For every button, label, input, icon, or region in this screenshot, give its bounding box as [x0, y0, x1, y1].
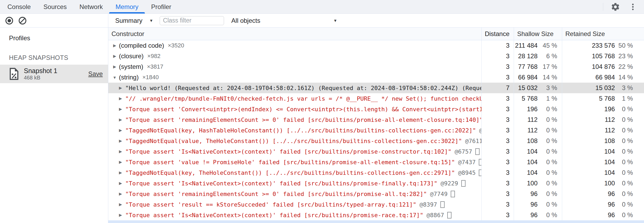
expanded-triangle-icon[interactable]: ▼	[111, 75, 118, 80]
missing-glyph-box	[461, 180, 466, 187]
column-header-retained-size[interactable]: Retained Size	[562, 28, 644, 40]
kebab-menu-icon[interactable]	[628, 2, 638, 12]
retained-size-percent: 0 %	[615, 158, 644, 166]
string-value: "Torque assert 'Is<NativeContext>(contex…	[125, 212, 423, 218]
grid-row-string[interactable]: ▶"Torque assert 'remainingElementsCount …	[108, 189, 644, 199]
tab-sources[interactable]: Sources	[37, 0, 73, 14]
grid-row-string[interactable]: ▶"Torque assert 'result == kStoreSuccede…	[108, 199, 644, 210]
retained-size-cell: 5 7681 %	[562, 93, 644, 104]
retained-size-value: 104	[562, 158, 615, 166]
snapshot-size: 468 kB	[24, 75, 57, 81]
grid-row-group[interactable]: ▶(closure)×982328 1286 %105 76823 %	[108, 51, 644, 61]
snapshot-save-link[interactable]: Save	[88, 70, 103, 78]
collapsed-triangle-icon[interactable]: ▶	[117, 128, 124, 133]
collapsed-triangle-icon[interactable]: ▶	[117, 107, 124, 112]
grid-row-group[interactable]: ▶(compiled code)×35203211 48445 %233 576…	[108, 40, 644, 51]
collapsed-triangle-icon[interactable]: ▶	[111, 54, 118, 59]
constructor-cell: ▶(closure)×982	[108, 51, 481, 61]
collapsed-triangle-icon[interactable]: ▶	[117, 149, 124, 154]
collapsed-triangle-icon[interactable]: ▶	[111, 64, 118, 69]
string-value: "Torque assert 'remainingElementsCount >…	[125, 191, 427, 197]
object-id: @9229	[441, 180, 458, 187]
grid-rows: ▶(compiled code)×35203211 48445 %233 576…	[108, 40, 644, 220]
constructor-cell: ▶"Torque assert 'result == kStoreSuccede…	[108, 199, 481, 210]
retained-size-cell: 1120 %	[562, 114, 644, 125]
string-value: "Torque assert 'Is<NativeContext>(contex…	[125, 148, 451, 155]
shallow-size-value: 104	[514, 148, 538, 155]
shallow-size-cell: 1080 %	[514, 136, 562, 146]
profiles-sidebar: Profiles HEAP SNAPSHOTS Snapshot 1 468 k…	[0, 28, 108, 223]
instance-count: ×982	[147, 53, 160, 60]
class-filter-input[interactable]	[160, 16, 224, 25]
retained-size-value: 5 768	[562, 95, 615, 102]
grid-row-group[interactable]: ▼(string)×1840366 98414 %66 98414 %	[108, 72, 644, 83]
grid-row-string[interactable]: ▶"Torque assert 'Convert<uintptr>(endInd…	[108, 104, 644, 114]
shallow-size-percent: 0 %	[538, 180, 562, 187]
shallow-size-percent: 0 %	[538, 190, 562, 198]
shallow-size-value: 96	[514, 190, 538, 198]
constructor-cell: ▶"TaggedNotEqual(value, TheHoleConstant(…	[108, 136, 481, 146]
devtools-tab-bar: Console Sources Network Memory Profiler	[0, 0, 644, 14]
shallow-size-percent: 0 %	[538, 169, 562, 176]
collapsed-triangle-icon[interactable]: ▶	[117, 86, 124, 90]
constructor-cell: ▶"Torque assert 'Is<NativeContext>(conte…	[108, 210, 481, 220]
grid-row-string[interactable]: ▶"Torque assert 'Is<NativeContext>(conte…	[108, 210, 644, 220]
collapsed-triangle-icon[interactable]: ▶	[117, 96, 124, 101]
shallow-size-value: 15 032	[514, 84, 538, 92]
settings-gear-icon[interactable]	[610, 2, 621, 12]
shallow-size-value: 104	[514, 169, 538, 176]
clear-profiles-icon[interactable]	[18, 16, 27, 25]
grid-row-string[interactable]: ▶"Torque assert 'value != PromiseHole' f…	[108, 157, 644, 167]
grid-row-string[interactable]: ▶"Torque assert 'Is<NativeContext>(conte…	[108, 146, 644, 157]
grid-row-string[interactable]: ▶"TaggedNotEqual(value, TheHoleConstant(…	[108, 136, 644, 146]
shallow-size-percent: 45 %	[538, 42, 562, 49]
collapsed-triangle-icon[interactable]: ▶	[117, 160, 124, 164]
collapsed-triangle-icon[interactable]: ▶	[117, 117, 124, 122]
tab-network[interactable]: Network	[73, 0, 109, 14]
shallow-size-cell: 211 48445 %	[514, 40, 562, 51]
grid-row-string[interactable]: ▶"TaggedNotEqual(key, HashTableHoleConst…	[108, 125, 644, 136]
grid-row-string[interactable]: ▶"// .wrangler/tmp/bundle-FmNIt0/checked…	[108, 93, 644, 104]
collapsed-triangle-icon[interactable]: ▶	[117, 191, 124, 196]
shallow-size-percent: 0 %	[538, 201, 562, 208]
grid-row-string[interactable]: ▶"Torque assert 'remainingElementsCount …	[108, 114, 644, 125]
tab-memory[interactable]: Memory	[109, 0, 145, 14]
collapsed-triangle-icon[interactable]: ▶	[117, 170, 124, 175]
partially-visible-next-row[interactable]	[108, 220, 644, 223]
retained-size-percent: 0 %	[615, 211, 644, 219]
shallow-size-cell: 960 %	[514, 210, 562, 220]
collapsed-triangle-icon[interactable]: ▶	[117, 213, 124, 217]
constructor-cell: ▶"TaggedNotEqual(key, HashTableHoleConst…	[108, 125, 481, 136]
take-snapshot-record-icon[interactable]	[5, 16, 14, 25]
tab-console[interactable]: Console	[1, 0, 37, 14]
snapshot-list-item[interactable]: Snapshot 1 468 kB Save	[0, 65, 108, 83]
distance-cell: 3	[481, 114, 514, 125]
missing-glyph-box	[440, 201, 445, 208]
shallow-size-value: 108	[514, 137, 538, 145]
retained-size-value: 96	[562, 211, 615, 219]
constructor-cell: ▶"TaggedNotEqual(key, TheHoleConstant())…	[108, 167, 481, 178]
retained-size-percent: 0 %	[615, 201, 644, 208]
column-header-constructor[interactable]: Constructor	[108, 28, 481, 40]
collapsed-triangle-icon[interactable]: ▶	[117, 202, 124, 207]
shallow-size-value: 196	[514, 105, 538, 113]
shallow-size-cell: 28 1286 %	[514, 51, 562, 61]
grid-row-string[interactable]: ▶"TaggedNotEqual(key, TheHoleConstant())…	[108, 167, 644, 178]
retained-size-percent: 0 %	[615, 127, 644, 134]
collapsed-triangle-icon[interactable]: ▶	[117, 139, 124, 143]
tab-profiler[interactable]: Profiler	[145, 0, 178, 14]
shallow-size-value: 112	[514, 116, 538, 123]
column-header-distance[interactable]: Distance	[481, 28, 514, 40]
collapsed-triangle-icon[interactable]: ▶	[111, 43, 118, 48]
retained-size-value: 96	[562, 201, 615, 208]
retained-size-value: 233 576	[562, 42, 615, 49]
grid-row-string[interactable]: ▶"Hello world! (Requested at: 2024-08-19…	[108, 83, 644, 93]
perspective-select[interactable]: Summary ▼	[113, 15, 156, 26]
objects-scope-select[interactable]: All objects ▼	[229, 15, 340, 26]
retained-size-percent: 1 %	[615, 95, 644, 102]
grid-row-group[interactable]: ▶(system)×3817377 76817 %104 87622 %	[108, 61, 644, 72]
retained-size-value: 104	[562, 169, 615, 176]
column-header-shallow-size[interactable]: Shallow Size	[514, 28, 562, 40]
collapsed-triangle-icon[interactable]: ▶	[117, 181, 124, 186]
grid-row-string[interactable]: ▶"Torque assert 'Is<NativeContext>(conte…	[108, 178, 644, 189]
